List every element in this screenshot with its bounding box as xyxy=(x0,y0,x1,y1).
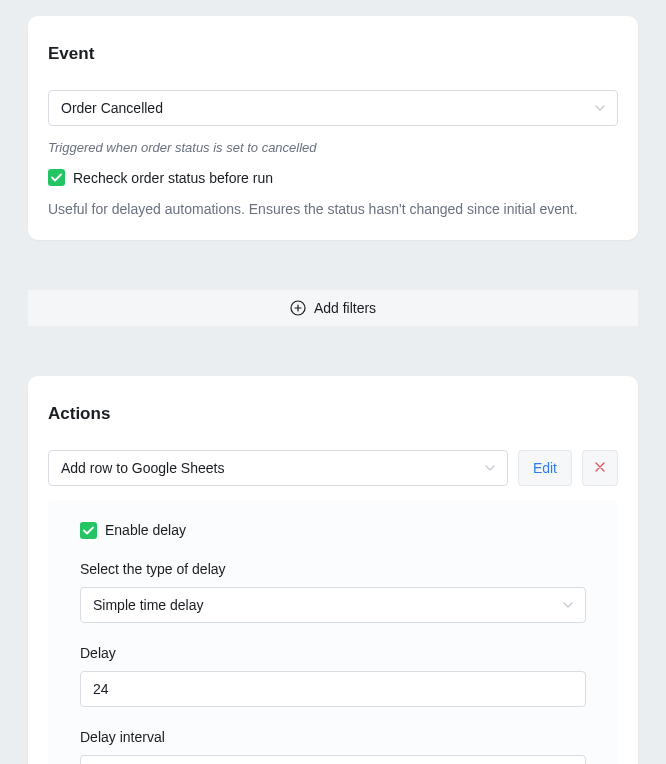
chevron-down-icon xyxy=(485,463,495,473)
enable-delay-row[interactable]: Enable delay xyxy=(80,522,586,539)
event-help-text: Triggered when order status is set to ca… xyxy=(48,140,618,155)
delay-type-label: Select the type of delay xyxy=(80,561,586,577)
delay-panel: Enable delay Select the type of delay Si… xyxy=(48,500,618,764)
delay-type-select[interactable]: Simple time delay xyxy=(80,587,586,623)
chevron-down-icon xyxy=(595,103,605,113)
enable-delay-label: Enable delay xyxy=(105,522,186,538)
event-select-value: Order Cancelled xyxy=(61,100,163,116)
edit-button[interactable]: Edit xyxy=(518,450,572,486)
event-description: Useful for delayed automations. Ensures … xyxy=(48,200,618,220)
enable-delay-checkbox xyxy=(80,522,97,539)
action-row: Add row to Google Sheets Edit xyxy=(48,450,618,486)
delay-field: Delay xyxy=(80,645,586,707)
close-icon xyxy=(595,460,605,475)
delay-interval-field: Delay interval Hour(s) xyxy=(80,729,586,764)
actions-title: Actions xyxy=(48,404,618,424)
action-select-value: Add row to Google Sheets xyxy=(61,460,224,476)
delay-interval-select[interactable]: Hour(s) xyxy=(80,755,586,764)
add-filters-button[interactable]: Add filters xyxy=(28,290,638,326)
delay-input[interactable] xyxy=(80,671,586,707)
add-filters-label: Add filters xyxy=(314,300,376,316)
recheck-checkbox xyxy=(48,169,65,186)
delete-button[interactable] xyxy=(582,450,618,486)
event-title: Event xyxy=(48,44,618,64)
event-card: Event Order Cancelled Triggered when ord… xyxy=(28,16,638,240)
delay-label: Delay xyxy=(80,645,586,661)
edit-label: Edit xyxy=(533,460,557,476)
delay-type-value: Simple time delay xyxy=(93,597,204,613)
event-select[interactable]: Order Cancelled xyxy=(48,90,618,126)
actions-card: Actions Add row to Google Sheets Edit En… xyxy=(28,376,638,764)
plus-circle-icon xyxy=(290,300,306,316)
recheck-checkbox-row[interactable]: Recheck order status before run xyxy=(48,169,618,186)
delay-type-field: Select the type of delay Simple time del… xyxy=(80,561,586,623)
chevron-down-icon xyxy=(563,600,573,610)
recheck-label: Recheck order status before run xyxy=(73,170,273,186)
delay-interval-label: Delay interval xyxy=(80,729,586,745)
action-select[interactable]: Add row to Google Sheets xyxy=(48,450,508,486)
